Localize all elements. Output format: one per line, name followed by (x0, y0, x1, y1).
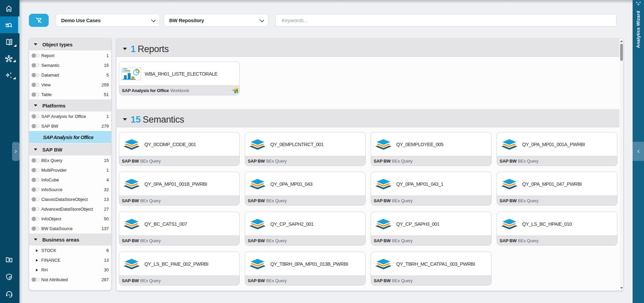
svg-text:x: x (236, 90, 237, 93)
